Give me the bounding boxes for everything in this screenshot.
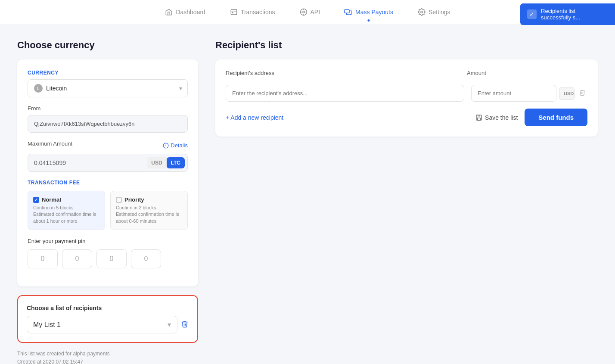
currency-toggle-1: USD LTC bbox=[559, 87, 575, 100]
svg-rect-13 bbox=[478, 118, 481, 120]
max-amount-row: Maximum Amount Details bbox=[28, 140, 188, 150]
svg-point-3 bbox=[302, 11, 304, 13]
actions-row: + Add a new recipient Save the list Send… bbox=[226, 109, 587, 126]
currency-field-section: Currency L Litecoin ▾ bbox=[28, 70, 188, 97]
pin-inputs bbox=[28, 249, 188, 268]
save-list-button[interactable]: Save the list bbox=[475, 114, 518, 121]
nav-settings-label: Settings bbox=[429, 9, 450, 16]
list-select-wrapper[interactable]: My List 1 ▾ bbox=[27, 316, 177, 333]
toast-line1: Recipients list bbox=[541, 8, 580, 14]
fee-priority-desc1: Confirm in 2 blocks bbox=[116, 205, 182, 211]
recipients-list-title: Choose a list of recipients bbox=[27, 305, 189, 311]
list-description: This list was created for alpha-payments bbox=[17, 350, 198, 358]
left-panel: Choose currency Currency L Litecoin ▾ Fr… bbox=[17, 40, 198, 364]
settings-icon bbox=[417, 8, 426, 16]
nav-item-api[interactable]: API bbox=[296, 6, 324, 18]
amount-input-1[interactable] bbox=[471, 85, 556, 102]
toast-check-icon: ✓ bbox=[527, 9, 537, 19]
fee-normal-option[interactable]: ✓ Normal Confirm in 5 blocks Estimated c… bbox=[28, 191, 105, 230]
navigation: Dashboard Transactions API bbox=[0, 0, 615, 24]
fee-priority-title: Priority bbox=[124, 196, 144, 203]
details-link[interactable]: Details bbox=[163, 142, 188, 149]
fee-normal-title: Normal bbox=[42, 196, 61, 203]
from-address: QjZuivnwo7fXk613stWqpectbhbuezvy6n bbox=[28, 115, 188, 133]
ltc-toggle-btn[interactable]: LTC bbox=[167, 157, 185, 168]
fee-normal-desc1: Confirm in 5 blocks bbox=[33, 205, 99, 211]
litecoin-icon: L bbox=[34, 84, 43, 93]
nav-item-masspayouts-wrap: Mass Payouts bbox=[341, 6, 397, 18]
svg-point-7 bbox=[421, 11, 423, 13]
col-amount-header: Amount bbox=[467, 70, 587, 76]
normal-checkbox[interactable]: ✓ bbox=[33, 197, 39, 203]
transactions-icon bbox=[230, 8, 238, 16]
delete-recipient-1[interactable] bbox=[577, 87, 587, 100]
recipient-row-1: USD LTC bbox=[226, 85, 587, 102]
tx-fee-section: Transaction fee ✓ Normal Confirm in 5 bl… bbox=[28, 180, 188, 230]
toast-notification: ✓ Recipients list successfully s... bbox=[520, 3, 615, 25]
pin-input-1[interactable] bbox=[28, 249, 58, 268]
list-select-row: My List 1 ▾ bbox=[27, 316, 189, 333]
nav-item-dashboard-wrap: Dashboard bbox=[161, 6, 209, 18]
currency-select[interactable]: L Litecoin ▾ bbox=[28, 79, 188, 97]
chevron-down-icon: ▾ bbox=[179, 85, 182, 92]
usd-toggle-btn[interactable]: USD bbox=[147, 157, 166, 168]
toast-content: Recipients list successfully s... bbox=[541, 8, 580, 21]
currency-label: Currency bbox=[28, 70, 188, 76]
mass-payouts-icon bbox=[344, 8, 353, 16]
svg-rect-0 bbox=[231, 9, 237, 15]
fee-options: ✓ Normal Confirm in 5 blocks Estimated c… bbox=[28, 191, 188, 230]
svg-rect-4 bbox=[345, 9, 349, 13]
from-field-section: From QjZuivnwo7fXk613stWqpectbhbuezvy6n bbox=[28, 105, 188, 133]
recipients-list-card: Choose a list of recipients My List 1 ▾ bbox=[17, 295, 198, 343]
svg-point-5 bbox=[346, 14, 348, 15]
col-address-header: Recipient's address bbox=[226, 70, 458, 76]
max-amount-field: 0.04115099 USD LTC bbox=[28, 154, 188, 172]
send-funds-button[interactable]: Send funds bbox=[525, 109, 587, 126]
usd-btn-1[interactable]: USD bbox=[559, 87, 575, 100]
nav-item-mass-payouts[interactable]: Mass Payouts bbox=[341, 6, 397, 18]
amount-currency-toggle: USD LTC bbox=[147, 157, 185, 168]
nav-mass-payouts-label: Mass Payouts bbox=[355, 9, 393, 16]
nav-item-transactions[interactable]: Transactions bbox=[226, 6, 279, 18]
nav-item-transactions-wrap: Transactions bbox=[226, 6, 279, 18]
delete-list-icon[interactable] bbox=[181, 320, 189, 330]
right-actions: Save the list Send funds bbox=[475, 109, 587, 126]
toast-line2: successfully s... bbox=[541, 14, 580, 21]
fee-priority-desc2: Estimated confirmation time is about 0-6… bbox=[116, 211, 182, 224]
fee-normal-title-row: ✓ Normal bbox=[33, 196, 99, 203]
nav-items: Dashboard Transactions API bbox=[161, 6, 453, 18]
api-icon bbox=[299, 8, 308, 16]
details-label: Details bbox=[171, 142, 188, 149]
priority-checkbox[interactable] bbox=[116, 197, 122, 203]
main-content: Choose currency Currency L Litecoin ▾ Fr… bbox=[0, 24, 615, 364]
selected-list-value: My List 1 bbox=[33, 321, 61, 329]
add-new-recipient-button[interactable]: + Add a new recipient bbox=[226, 114, 283, 121]
nav-item-dashboard[interactable]: Dashboard bbox=[161, 6, 209, 18]
fee-priority-option[interactable]: Priority Confirm in 2 blocks Estimated c… bbox=[110, 191, 188, 230]
pin-input-2[interactable] bbox=[62, 249, 92, 268]
tx-fee-label: Transaction fee bbox=[28, 180, 188, 186]
currency-value: Litecoin bbox=[46, 85, 67, 92]
choose-currency-title: Choose currency bbox=[17, 40, 198, 51]
max-amount-label: Maximum Amount bbox=[28, 140, 72, 147]
list-chevron-icon: ▾ bbox=[168, 320, 171, 329]
pin-label: Enter your payment pin bbox=[28, 238, 188, 244]
recipients-header: Recipient's address Amount bbox=[226, 70, 587, 76]
pin-input-4[interactable] bbox=[131, 249, 161, 268]
max-amount-section: Maximum Amount Details 0.04115099 USD LT… bbox=[28, 140, 188, 172]
pin-input-3[interactable] bbox=[96, 249, 127, 268]
from-label: From bbox=[28, 105, 188, 112]
right-panel: Recipient's list Recipient's address Amo… bbox=[215, 40, 598, 364]
max-amount-value: 0.04115099 bbox=[28, 154, 147, 171]
fee-priority-title-row: Priority bbox=[116, 196, 182, 203]
amount-row-1: USD LTC bbox=[471, 85, 587, 102]
nav-dashboard-label: Dashboard bbox=[176, 9, 205, 16]
recipients-list-title: Recipient's list bbox=[215, 40, 598, 51]
nav-active-dot bbox=[368, 19, 370, 22]
nav-item-settings[interactable]: Settings bbox=[414, 6, 454, 18]
nav-item-api-wrap: API bbox=[296, 6, 324, 18]
list-created-at: Created at 2020.07.02 15:47 bbox=[17, 358, 198, 364]
fee-normal-desc2: Estimated confirmation time is about 1 h… bbox=[33, 211, 99, 224]
svg-point-2 bbox=[232, 12, 233, 13]
address-input-1[interactable] bbox=[226, 85, 464, 102]
